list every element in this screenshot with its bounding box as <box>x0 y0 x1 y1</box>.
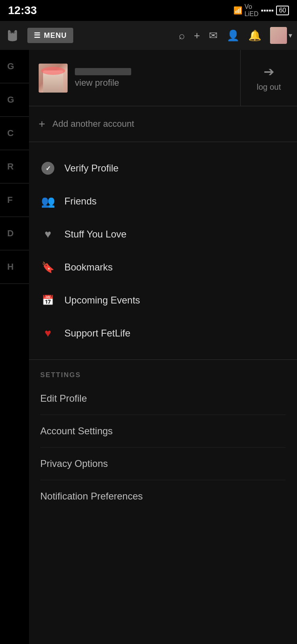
profile-section: view profile ➔ log out <box>29 50 297 106</box>
settings-section: SETTINGS Edit Profile Account Settings P… <box>29 360 297 512</box>
upcoming-events-label: Upcoming Events <box>64 295 140 306</box>
bg-letter-g: G <box>0 50 29 83</box>
bookmark-shape-icon: 🔖 <box>41 261 54 274</box>
nav-icons: ⌕ + ✉ 👤 🔔 ▾ <box>179 27 292 44</box>
verify-icon <box>40 161 56 176</box>
bg-sidebar: G G C R F D H <box>0 50 29 284</box>
dropdown-menu: view profile ➔ log out + Add another acc… <box>29 50 297 644</box>
profile-username-blur <box>75 68 131 75</box>
navbar: ☰ MENU ⌕ + ✉ 👤 🔔 ▾ <box>0 21 297 50</box>
add-account-label: Add another account <box>52 119 134 129</box>
logout-icon: ➔ <box>264 64 274 79</box>
verify-badge-icon <box>41 162 54 175</box>
status-time: 12:33 <box>8 4 37 17</box>
wifi-icon: 📶 <box>233 6 242 15</box>
bookmark-icon: 🔖 <box>40 260 56 275</box>
logout-label: log out <box>257 83 281 92</box>
signal-icon: VoLiED <box>245 3 259 18</box>
nav-avatar-img <box>270 27 287 44</box>
notification-icon[interactable]: 🔔 <box>248 29 261 42</box>
stuff-you-love-label: Stuff You Love <box>64 229 126 240</box>
red-heart-icon: ♥ <box>45 327 52 340</box>
bg-letter-r: R <box>0 150 29 184</box>
search-icon[interactable]: ⌕ <box>179 29 185 42</box>
settings-item-account-settings[interactable]: Account Settings <box>40 415 286 448</box>
menu-item-friends[interactable]: 👥 Friends <box>29 185 297 218</box>
menu-item-upcoming-events[interactable]: 📅 Upcoming Events <box>29 284 297 317</box>
avatar-wrapper[interactable]: ▾ <box>270 27 292 44</box>
status-bar: 12:33 📶 VoLiED ▪▪▪▪▪ 60 <box>0 0 297 21</box>
menu-items: Verify Profile 👥 Friends ♥ Stuff You Lov… <box>29 142 297 360</box>
account-settings-label: Account Settings <box>40 425 113 436</box>
menu-item-support-fetlife[interactable]: ♥ Support FetLife <box>29 317 297 350</box>
heart-shape-icon: ♥ <box>45 228 52 241</box>
mail-icon[interactable]: ✉ <box>209 29 218 42</box>
friends-label: Friends <box>64 196 97 207</box>
settings-item-notification-preferences[interactable]: Notification Preferences <box>40 480 286 512</box>
bg-letter-d: D <box>0 217 29 250</box>
profile-info: view profile <box>75 68 131 88</box>
menu-button[interactable]: ☰ MENU <box>27 28 73 43</box>
edit-profile-label: Edit Profile <box>40 393 87 404</box>
bookmarks-label: Bookmarks <box>64 262 113 273</box>
profile-avatar <box>39 64 68 93</box>
nav-avatar <box>270 27 287 44</box>
menu-item-stuff-you-love[interactable]: ♥ Stuff You Love <box>29 218 297 251</box>
calendar-icon: 📅 <box>40 293 56 308</box>
friends-icon: 👥 <box>40 194 56 209</box>
bg-letter-c: C <box>0 117 29 150</box>
menu-item-verify-profile[interactable]: Verify Profile <box>29 152 297 185</box>
dropdown-arrow-icon: ▾ <box>289 31 292 40</box>
add-account-section[interactable]: + Add another account <box>29 106 297 142</box>
heart-icon: ♥ <box>40 227 56 242</box>
plus-icon: + <box>39 118 45 130</box>
battery-icon: 60 <box>276 6 289 15</box>
logout-section[interactable]: ➔ log out <box>241 50 297 106</box>
bg-letter-f: F <box>0 184 29 217</box>
bg-letter-h: H <box>0 250 29 284</box>
calendar-shape-icon: 📅 <box>42 295 54 306</box>
verify-profile-label: Verify Profile <box>64 163 119 174</box>
view-profile-link[interactable]: view profile <box>75 78 131 88</box>
settings-item-edit-profile[interactable]: Edit Profile <box>40 382 286 415</box>
hamburger-icon: ☰ <box>34 31 41 40</box>
menu-item-bookmarks[interactable]: 🔖 Bookmarks <box>29 251 297 284</box>
bg-letter-g2: G <box>0 83 29 117</box>
menu-label: MENU <box>44 31 67 40</box>
profile-left[interactable]: view profile <box>29 50 241 106</box>
fetlife-logo-icon <box>5 28 20 43</box>
profile-icon[interactable]: 👤 <box>227 29 239 42</box>
support-fetlife-label: Support FetLife <box>64 328 130 339</box>
profile-avatar-inner <box>39 64 68 93</box>
privacy-options-label: Privacy Options <box>40 458 108 469</box>
bars-icon: ▪▪▪▪▪ <box>261 6 274 15</box>
notification-preferences-label: Notification Preferences <box>40 491 143 502</box>
logo-svg <box>6 29 19 42</box>
friends-people-icon: 👥 <box>41 195 55 208</box>
status-icons: 📶 VoLiED ▪▪▪▪▪ 60 <box>233 3 289 18</box>
support-heart-icon: ♥ <box>40 326 56 341</box>
settings-title: SETTINGS <box>40 371 286 379</box>
settings-item-privacy-options[interactable]: Privacy Options <box>40 448 286 480</box>
add-icon[interactable]: + <box>194 29 200 42</box>
